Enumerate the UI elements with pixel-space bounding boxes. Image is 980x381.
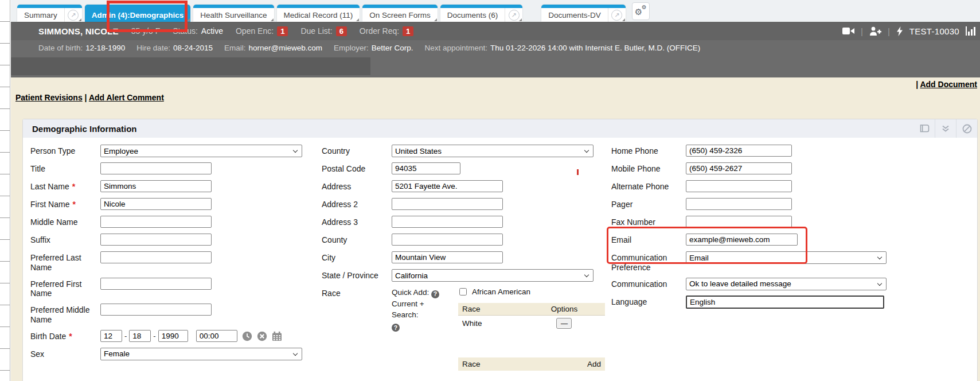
field-label: Person Type	[30, 145, 100, 157]
address-2-input[interactable]	[392, 198, 503, 210]
dob-label: Date of birth:	[38, 44, 83, 52]
field-state-province: State / Province California	[322, 269, 611, 282]
state-select[interactable]: California	[392, 269, 594, 282]
chevron-down-icon	[584, 273, 589, 277]
form-column-left: Person Type Employee Title Last Name* Fi…	[30, 145, 320, 366]
dob-value: 12-18-1990	[85, 44, 125, 52]
pager-input[interactable]	[686, 198, 792, 210]
info-bar-extension	[11, 55, 980, 77]
field-first-name: First Name*	[30, 198, 320, 211]
order-req-badge[interactable]: 1	[403, 26, 413, 36]
preferred-first-name-input[interactable]	[100, 278, 212, 290]
postal-code-input[interactable]	[392, 162, 460, 174]
patient-revisions-link[interactable]: Patient Revisions	[15, 93, 83, 102]
tab-on-screen-forms[interactable]: On Screen Forms	[362, 5, 438, 22]
disable-section-button[interactable]	[956, 119, 977, 138]
add-document-link[interactable]: Add Document	[920, 80, 977, 89]
print-summary-button[interactable]	[913, 119, 935, 138]
status-value: Active	[201, 26, 223, 36]
lightning-icon[interactable]	[896, 26, 903, 36]
field-label: Pager	[611, 198, 686, 211]
collapse-section-button[interactable]	[935, 119, 956, 138]
birth-time-input[interactable]	[196, 330, 237, 342]
title-input[interactable]	[100, 162, 212, 174]
country-select[interactable]: United States	[392, 145, 594, 157]
remove-race-button[interactable]: —	[556, 318, 572, 329]
field-postal-code: Postal Code	[322, 162, 611, 175]
clear-date-icon[interactable]	[257, 331, 267, 341]
add-alert-comment-link[interactable]: Add Alert Comment	[89, 93, 164, 102]
chevron-down-icon	[877, 281, 882, 285]
field-label: Mobile Phone	[611, 162, 686, 175]
field-label: Alternate Phone	[611, 180, 686, 193]
field-middle-name: Middle Name	[30, 216, 320, 228]
add-person-icon[interactable]	[869, 26, 881, 36]
external-link-icon: ↗	[509, 10, 520, 21]
chevron-down-icon	[293, 351, 298, 356]
city-input[interactable]	[392, 251, 503, 263]
communication-select[interactable]: Ok to leave detailed message	[686, 278, 887, 290]
field-label: Last Name*	[30, 180, 100, 193]
last-name-input[interactable]	[100, 180, 212, 192]
calendar-icon[interactable]	[272, 331, 282, 341]
tab-medical-record[interactable]: Medical Record (11)	[277, 5, 360, 22]
form-column-right: Home Phone Mobile Phone Alternate Phone …	[611, 145, 915, 314]
tab-documents-dv[interactable]: Documents-DV ↗	[541, 5, 626, 22]
open-new-window-button[interactable]: ↗	[64, 8, 82, 22]
address-3-input[interactable]	[392, 216, 503, 228]
email-input[interactable]	[686, 234, 798, 246]
middle-name-input[interactable]	[100, 216, 212, 228]
open-new-window-button[interactable]: ↗	[608, 8, 626, 22]
help-icon[interactable]: ?	[431, 290, 439, 298]
fax-number-input[interactable]	[686, 216, 792, 228]
race-column-header: Race	[458, 357, 538, 371]
tab-health-surveillance[interactable]: Health Surveillance	[193, 5, 274, 22]
divider: |	[888, 26, 890, 36]
help-icon[interactable]: ?	[392, 324, 400, 332]
communication-preference-select[interactable]: Email	[686, 251, 887, 264]
field-pager: Pager	[611, 198, 915, 211]
next-appointment-label: Next appointment:	[425, 44, 488, 52]
tab-summary[interactable]: Summary ↗	[17, 5, 82, 22]
birth-day-input[interactable]	[129, 330, 151, 342]
tab-label: Health Surveillance	[193, 8, 274, 22]
patient-age-sex: 35 y/o F	[131, 26, 161, 36]
open-enc-badge[interactable]: 1	[277, 26, 288, 36]
video-call-icon[interactable]	[842, 27, 854, 35]
double-chevron-down-icon	[942, 125, 950, 132]
due-list-badge[interactable]: 6	[336, 26, 347, 36]
select-value: California	[395, 271, 428, 280]
race-column-header: Race	[458, 303, 524, 316]
suffix-input[interactable]	[100, 234, 212, 246]
county-input[interactable]	[392, 234, 503, 246]
field-label: Home Phone	[611, 145, 686, 157]
employer-value: Better Corp.	[372, 44, 413, 52]
webchart-demographics-screen: Summary ↗ Admin (4):Demographics Health …	[0, 0, 980, 381]
field-label: City	[322, 251, 392, 264]
birth-month-input[interactable]	[100, 330, 122, 342]
clock-icon[interactable]	[242, 331, 252, 341]
african-american-checkbox[interactable]	[459, 288, 467, 296]
alternate-phone-input[interactable]	[686, 180, 792, 192]
home-phone-input[interactable]	[686, 145, 792, 157]
tab-admin-demographics[interactable]: Admin (4):Demographics	[85, 5, 191, 22]
person-type-select[interactable]: Employee	[100, 145, 302, 157]
tab-documents[interactable]: Documents (6) ↗	[440, 5, 523, 22]
external-link-icon: ↗	[611, 10, 622, 21]
birth-year-input[interactable]	[158, 330, 188, 342]
mobile-phone-input[interactable]	[686, 162, 792, 174]
patient-info-bar: Date of birth:12-18-1990 Hire date:08-24…	[11, 40, 980, 55]
address-input[interactable]	[392, 180, 503, 192]
sex-select[interactable]: Female	[100, 348, 302, 360]
first-name-input[interactable]	[100, 198, 212, 210]
language-input[interactable]	[686, 296, 884, 309]
field-label: Birth Date*	[30, 330, 100, 343]
field-suffix: Suffix	[30, 234, 320, 246]
tab-settings-button[interactable]: ⚙⚙	[632, 2, 650, 20]
add-column-header: Add	[538, 357, 605, 371]
preferred-last-name-input[interactable]	[100, 251, 212, 263]
chart-icon[interactable]	[966, 26, 975, 36]
field-label: Language	[611, 296, 686, 309]
open-new-window-button[interactable]: ↗	[505, 8, 522, 22]
preferred-middle-name-input[interactable]	[100, 304, 212, 316]
